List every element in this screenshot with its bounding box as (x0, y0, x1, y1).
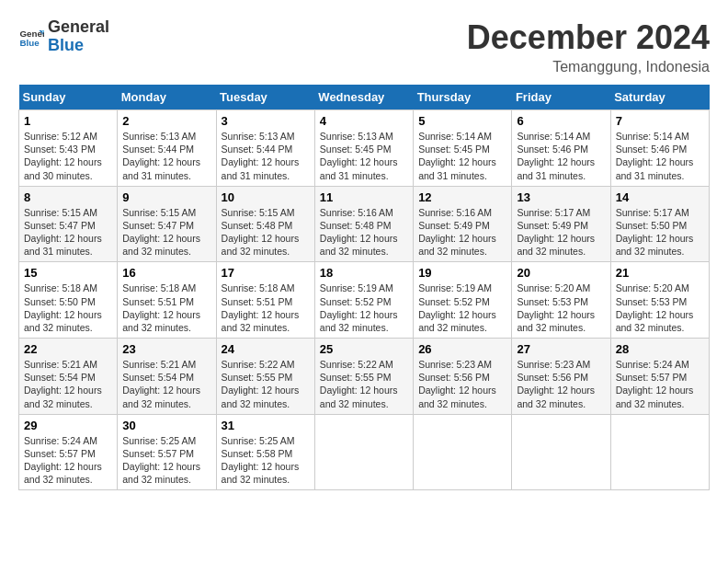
col-header-thursday: Thursday (414, 85, 512, 110)
day-cell: 13 Sunrise: 5:17 AM Sunset: 5:49 PM Dayl… (512, 186, 610, 262)
col-header-tuesday: Tuesday (216, 85, 314, 110)
day-number: 6 (517, 114, 605, 128)
day-cell: 28 Sunrise: 5:24 AM Sunset: 5:57 PM Dayl… (610, 339, 709, 415)
day-cell: 5 Sunrise: 5:14 AM Sunset: 5:45 PM Dayli… (414, 110, 512, 187)
day-info: Sunrise: 5:22 AM Sunset: 5:55 PM Dayligh… (222, 358, 310, 410)
day-cell (414, 414, 512, 490)
day-number: 17 (222, 266, 310, 280)
week-row-1: 1 Sunrise: 5:12 AM Sunset: 5:43 PM Dayli… (19, 110, 710, 187)
day-info: Sunrise: 5:25 AM Sunset: 5:57 PM Dayligh… (122, 434, 210, 487)
week-row-4: 22 Sunrise: 5:21 AM Sunset: 5:54 PM Dayl… (19, 339, 710, 415)
logo: General Blue GeneralBlue (18, 18, 109, 55)
day-number: 30 (122, 419, 210, 432)
day-number: 5 (418, 114, 506, 128)
day-cell: 10 Sunrise: 5:15 AM Sunset: 5:48 PM Dayl… (216, 186, 314, 262)
day-info: Sunrise: 5:13 AM Sunset: 5:44 PM Dayligh… (122, 130, 210, 182)
day-cell: 26 Sunrise: 5:23 AM Sunset: 5:56 PM Dayl… (414, 339, 512, 415)
day-number: 12 (418, 190, 506, 204)
day-cell: 19 Sunrise: 5:19 AM Sunset: 5:52 PM Dayl… (414, 262, 512, 339)
day-info: Sunrise: 5:22 AM Sunset: 5:55 PM Dayligh… (320, 358, 408, 410)
day-number: 25 (320, 342, 408, 356)
day-number: 16 (122, 266, 210, 280)
day-number: 24 (222, 342, 310, 356)
day-number: 10 (222, 190, 310, 204)
day-cell: 15 Sunrise: 5:18 AM Sunset: 5:50 PM Dayl… (19, 262, 118, 339)
day-number: 22 (24, 342, 112, 356)
day-info: Sunrise: 5:24 AM Sunset: 5:57 PM Dayligh… (24, 434, 112, 487)
day-info: Sunrise: 5:20 AM Sunset: 5:53 PM Dayligh… (517, 282, 605, 334)
week-row-2: 8 Sunrise: 5:15 AM Sunset: 5:47 PM Dayli… (19, 186, 710, 262)
day-number: 13 (517, 190, 605, 204)
day-cell: 2 Sunrise: 5:13 AM Sunset: 5:44 PM Dayli… (118, 110, 216, 187)
day-cell: 21 Sunrise: 5:20 AM Sunset: 5:53 PM Dayl… (610, 262, 709, 339)
location-title: Temanggung, Indonesia (467, 59, 710, 75)
day-number: 14 (616, 190, 704, 204)
title-area: December 2024 Temanggung, Indonesia (467, 18, 710, 75)
day-info: Sunrise: 5:24 AM Sunset: 5:57 PM Dayligh… (616, 358, 704, 410)
day-cell: 31 Sunrise: 5:25 AM Sunset: 5:58 PM Dayl… (216, 414, 314, 490)
day-number: 27 (517, 342, 605, 356)
week-row-3: 15 Sunrise: 5:18 AM Sunset: 5:50 PM Dayl… (19, 262, 710, 339)
logo-text: GeneralBlue (48, 18, 109, 55)
day-cell: 7 Sunrise: 5:14 AM Sunset: 5:46 PM Dayli… (610, 110, 709, 187)
day-number: 26 (418, 342, 506, 356)
day-info: Sunrise: 5:19 AM Sunset: 5:52 PM Dayligh… (320, 282, 408, 334)
header: General Blue GeneralBlue December 2024 T… (18, 18, 710, 75)
col-header-wednesday: Wednesday (314, 85, 413, 110)
svg-text:Blue: Blue (19, 38, 40, 48)
day-info: Sunrise: 5:25 AM Sunset: 5:58 PM Dayligh… (222, 434, 310, 487)
day-info: Sunrise: 5:16 AM Sunset: 5:48 PM Dayligh… (320, 206, 408, 259)
day-number: 11 (320, 190, 408, 204)
day-cell: 25 Sunrise: 5:22 AM Sunset: 5:55 PM Dayl… (314, 339, 413, 415)
day-cell (512, 414, 610, 490)
day-number: 8 (24, 190, 112, 204)
day-number: 2 (122, 114, 210, 128)
day-info: Sunrise: 5:15 AM Sunset: 5:47 PM Dayligh… (24, 206, 112, 259)
day-cell: 12 Sunrise: 5:16 AM Sunset: 5:49 PM Dayl… (414, 186, 512, 262)
day-cell: 18 Sunrise: 5:19 AM Sunset: 5:52 PM Dayl… (314, 262, 413, 339)
day-info: Sunrise: 5:13 AM Sunset: 5:44 PM Dayligh… (222, 130, 310, 182)
day-cell: 16 Sunrise: 5:18 AM Sunset: 5:51 PM Dayl… (118, 262, 216, 339)
day-number: 18 (320, 266, 408, 280)
day-number: 28 (616, 342, 704, 356)
day-info: Sunrise: 5:19 AM Sunset: 5:52 PM Dayligh… (418, 282, 506, 334)
day-info: Sunrise: 5:21 AM Sunset: 5:54 PM Dayligh… (122, 358, 210, 410)
day-number: 9 (122, 190, 210, 204)
day-number: 31 (222, 419, 310, 432)
day-info: Sunrise: 5:17 AM Sunset: 5:50 PM Dayligh… (616, 206, 704, 259)
day-cell: 6 Sunrise: 5:14 AM Sunset: 5:46 PM Dayli… (512, 110, 610, 187)
header-row: SundayMondayTuesdayWednesdayThursdayFrid… (19, 85, 710, 110)
day-number: 29 (24, 419, 112, 432)
month-title: December 2024 (467, 18, 710, 57)
day-cell: 17 Sunrise: 5:18 AM Sunset: 5:51 PM Dayl… (216, 262, 314, 339)
day-info: Sunrise: 5:20 AM Sunset: 5:53 PM Dayligh… (616, 282, 704, 334)
day-number: 15 (24, 266, 112, 280)
day-info: Sunrise: 5:12 AM Sunset: 5:43 PM Dayligh… (24, 130, 112, 182)
day-cell: 29 Sunrise: 5:24 AM Sunset: 5:57 PM Dayl… (19, 414, 118, 490)
day-cell: 27 Sunrise: 5:23 AM Sunset: 5:56 PM Dayl… (512, 339, 610, 415)
day-cell: 11 Sunrise: 5:16 AM Sunset: 5:48 PM Dayl… (314, 186, 413, 262)
col-header-saturday: Saturday (610, 85, 709, 110)
day-number: 19 (418, 266, 506, 280)
day-cell: 22 Sunrise: 5:21 AM Sunset: 5:54 PM Dayl… (19, 339, 118, 415)
day-info: Sunrise: 5:16 AM Sunset: 5:49 PM Dayligh… (418, 206, 506, 259)
day-number: 23 (122, 342, 210, 356)
day-info: Sunrise: 5:18 AM Sunset: 5:50 PM Dayligh… (24, 282, 112, 334)
day-cell (610, 414, 709, 490)
day-number: 20 (517, 266, 605, 280)
col-header-sunday: Sunday (19, 85, 118, 110)
calendar-table: SundayMondayTuesdayWednesdayThursdayFrid… (18, 85, 710, 490)
day-cell: 8 Sunrise: 5:15 AM Sunset: 5:47 PM Dayli… (19, 186, 118, 262)
day-info: Sunrise: 5:23 AM Sunset: 5:56 PM Dayligh… (418, 358, 506, 410)
day-info: Sunrise: 5:18 AM Sunset: 5:51 PM Dayligh… (222, 282, 310, 334)
day-cell: 14 Sunrise: 5:17 AM Sunset: 5:50 PM Dayl… (610, 186, 709, 262)
day-number: 3 (222, 114, 310, 128)
day-info: Sunrise: 5:14 AM Sunset: 5:46 PM Dayligh… (616, 130, 704, 182)
logo-icon: General Blue (18, 24, 44, 50)
day-info: Sunrise: 5:15 AM Sunset: 5:47 PM Dayligh… (122, 206, 210, 259)
day-cell (314, 414, 413, 490)
day-info: Sunrise: 5:17 AM Sunset: 5:49 PM Dayligh… (517, 206, 605, 259)
day-number: 4 (320, 114, 408, 128)
day-cell: 30 Sunrise: 5:25 AM Sunset: 5:57 PM Dayl… (118, 414, 216, 490)
day-cell: 4 Sunrise: 5:13 AM Sunset: 5:45 PM Dayli… (314, 110, 413, 187)
